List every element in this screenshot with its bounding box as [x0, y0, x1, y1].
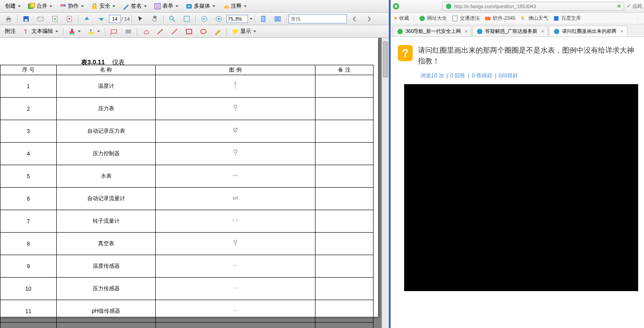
table-row: 4压力控制器 [0, 143, 374, 165]
svg-rect-38 [111, 30, 117, 33]
save-button[interactable] [19, 14, 33, 24]
prev-page-button[interactable] [80, 14, 94, 24]
svg-point-110 [477, 29, 482, 34]
secure-button[interactable]: 安全 [88, 1, 118, 11]
bookmark-item[interactable]: 交通违法 [451, 15, 480, 22]
cloud-icon [222, 3, 230, 10]
search-next-button[interactable] [362, 14, 376, 24]
textbox-button[interactable] [107, 27, 121, 36]
line-button[interactable] [168, 27, 181, 36]
svg-line-45 [172, 29, 177, 34]
chevron-left-icon [351, 15, 358, 22]
video-icon[interactable] [634, 15, 641, 22]
layout-double[interactable] [271, 14, 284, 24]
callout-button[interactable] [122, 27, 135, 36]
download-icon[interactable] [623, 15, 630, 22]
baidu-icon [553, 15, 560, 22]
comment-button[interactable]: 注释 [219, 1, 250, 11]
lock-icon [91, 3, 98, 10]
bookmark-item[interactable]: 网址大全 [419, 15, 447, 22]
reload-button[interactable] [422, 3, 429, 10]
app-icon [484, 15, 491, 22]
question-header: ? 请问红圈里画出来的那两个圈圈是不是水表，图例中没有给详求大神指教！ [391, 37, 644, 70]
tab-close-icon[interactable]: × [464, 28, 468, 35]
bookmark-fav[interactable]: ★收藏 [393, 15, 409, 22]
browser-tab[interactable]: 答疑解惑_广联达服务新× [472, 26, 548, 36]
bookmark-item[interactable]: 百度文库 [553, 15, 581, 22]
url-hint: ✓ 点此 [627, 3, 642, 9]
plus-icon [215, 15, 222, 22]
create-button[interactable]: 创建 [2, 1, 24, 11]
search-prev-button[interactable] [348, 14, 361, 24]
page-number-input[interactable] [109, 15, 121, 23]
cloud-button[interactable] [139, 27, 153, 36]
scroll-thumb[interactable] [383, 41, 388, 77]
table-row: 2压力表 [0, 98, 374, 120]
merge-icon [28, 3, 35, 10]
pdf-viewport[interactable]: 表3.0.11 仪表 序 号 名 称 图 例 备 注 1温度计 2压力表 3自动… [0, 38, 389, 328]
forward-button[interactable] [412, 3, 419, 10]
back-button[interactable] [402, 3, 410, 10]
question-stats: 浏览10 次 | 0 回答 | 0 答得好 | 0问得好 [391, 70, 644, 84]
tab-close-icon[interactable]: × [620, 28, 623, 35]
hand-tool[interactable] [148, 14, 162, 24]
zoom-level-input[interactable] [226, 15, 248, 23]
grid-icon[interactable] [612, 15, 620, 22]
show-button[interactable]: 显示 [229, 27, 259, 36]
svg-rect-31 [261, 16, 265, 22]
browser-tabs: 360导航_新一代安全上网× 答疑解惑_广联达服务新× 请问红圈里画出来的那两× [391, 24, 644, 37]
line-icon [171, 28, 178, 35]
vertical-scrollbar[interactable] [382, 38, 389, 328]
sign-button[interactable]: 签名 [119, 1, 150, 11]
home-button[interactable] [432, 3, 439, 10]
highlight-button[interactable]: T [85, 27, 103, 36]
collab-button[interactable]: 协作 [56, 1, 87, 11]
page-down-button[interactable] [48, 14, 62, 24]
pdf-toolbar-nav: / 14 [0, 13, 389, 25]
stamp-button[interactable] [65, 27, 84, 36]
text-edit-button[interactable]: T文本编辑 [20, 27, 61, 36]
svg-rect-106 [616, 18, 616, 19]
browser-tab-active[interactable]: 请问红圈里画出来的那两× [549, 26, 627, 36]
next-page-button[interactable] [95, 14, 108, 24]
page-double-icon [274, 15, 281, 22]
pen-icon [122, 3, 130, 10]
url-bar[interactable]: http://e.fwxgx.com/question_1853043❀ [442, 2, 624, 11]
zoom-fit-button[interactable] [180, 14, 194, 24]
tab-close-icon[interactable]: × [541, 28, 544, 35]
comment-panel-icon [232, 28, 239, 35]
table-row: 6自动记录流量计 [0, 188, 374, 210]
svg-point-102 [521, 16, 524, 19]
page-up-button[interactable] [63, 14, 76, 24]
svg-rect-4 [92, 6, 97, 9]
table-row: 11pH值传感器pH [0, 300, 374, 323]
media-button[interactable]: 多媒体 [182, 1, 218, 11]
bookmark-item[interactable]: 佛山天气 [520, 15, 548, 22]
layout-single[interactable] [257, 14, 270, 24]
pencil-button[interactable] [211, 27, 225, 36]
zoom-in-button[interactable] [212, 14, 225, 24]
email-button[interactable] [34, 14, 47, 24]
minus-icon [201, 15, 208, 22]
col-note: 备 注 [315, 65, 374, 75]
oval-button[interactable] [197, 27, 210, 36]
bookmark-item[interactable]: 软件-2345 [484, 15, 515, 22]
table-row: 5水表 [0, 165, 374, 188]
red-textbox-icon [110, 28, 117, 35]
question-title: 请问红圈里画出来的那两个圈圈是不是水表，图例中没有给详求大神指教！ [418, 45, 637, 67]
search-input[interactable] [288, 14, 347, 23]
cursor-icon [137, 15, 144, 22]
form-button[interactable]: 表单 [151, 1, 181, 11]
zoom-out-button[interactable] [198, 14, 211, 24]
svg-point-23 [170, 16, 173, 20]
select-tool[interactable] [134, 14, 147, 24]
rect-button[interactable] [182, 27, 196, 36]
print-button[interactable] [2, 14, 15, 24]
zoom-marquee[interactable] [166, 14, 179, 24]
svg-line-53 [235, 105, 236, 106]
arrow-button[interactable] [153, 27, 167, 36]
merge-button[interactable]: 合并 [25, 1, 55, 11]
note-button[interactable]: 附注 [2, 27, 19, 36]
svg-text:P: P [235, 288, 235, 288]
browser-tab[interactable]: 360导航_新一代安全上网× [392, 26, 471, 36]
